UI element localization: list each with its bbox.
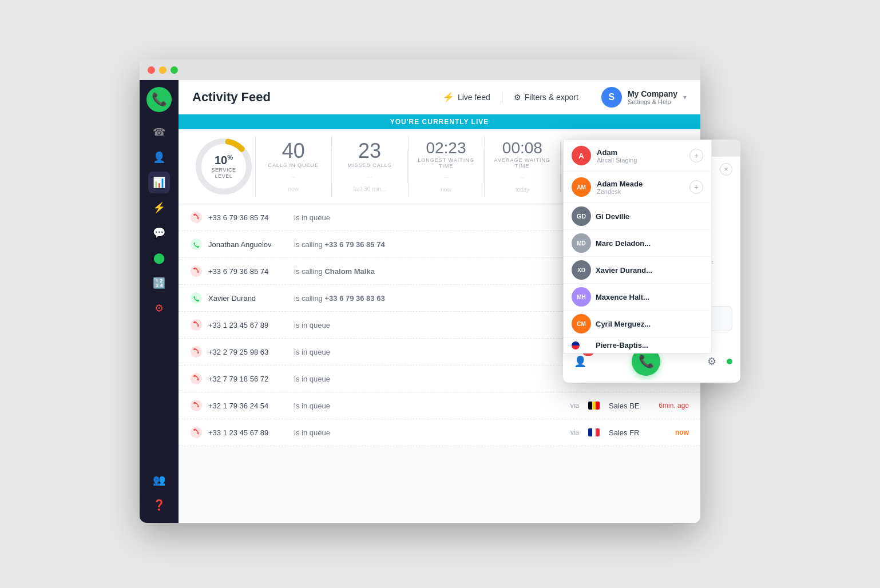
- missed-calls-number: 23: [338, 141, 401, 161]
- stat-missed-calls: 23 MISSED CALLS ··· last 30 min...: [331, 136, 407, 197]
- company-area[interactable]: S My Company Settings & Help ▾: [601, 87, 687, 108]
- badge-wrap: 👤 22: [571, 352, 589, 371]
- sidebar-item-messages[interactable]: 💬: [148, 222, 170, 244]
- feed-queue: Sales FR: [609, 428, 649, 437]
- minimize-button[interactable]: [159, 66, 167, 74]
- sidebar-item-help[interactable]: ❓: [148, 494, 170, 516]
- missed-calls-label: MISSED CALLS: [338, 162, 401, 168]
- page-title: Activity Feed: [192, 90, 443, 105]
- contact-name-partial: Gi Deville: [596, 212, 629, 221]
- footer-right: ⚙: [703, 352, 732, 371]
- sidebar-item-status[interactable]: ⬤: [148, 247, 170, 269]
- contact-add-button[interactable]: +: [689, 149, 703, 162]
- maximize-button[interactable]: [171, 66, 178, 74]
- outgoing-call-icon: [190, 292, 203, 304]
- svg-point-12: [191, 373, 202, 384]
- contact-avatar-partial: MD: [572, 233, 591, 253]
- stat-calls-in-queue: 40 CALLS IN QUEUE ··· now: [255, 136, 331, 197]
- filters-icon: ⚙: [514, 93, 521, 102]
- contact-name-partial: Xavier Durand...: [596, 266, 652, 275]
- incoming-call-icon: [190, 319, 203, 331]
- contact-name-partial: Cyril Merguez...: [596, 320, 651, 328]
- sidebar-item-calls[interactable]: ☎: [148, 121, 170, 143]
- feed-time: 6min. ago: [655, 402, 689, 410]
- svg-point-9: [191, 292, 202, 304]
- contacts-icon: 👤: [153, 151, 165, 164]
- feed-status: is calling +33 6 79 36 83 63: [294, 294, 565, 303]
- company-info: My Company Settings & Help: [628, 89, 677, 105]
- avg-wait-number: 00:08: [490, 140, 554, 156]
- missed-calls-meta: ···: [338, 174, 401, 180]
- incoming-call-icon: [190, 265, 203, 277]
- feed-flag-fr: [588, 428, 600, 436]
- feed-status: is in queue: [294, 428, 565, 437]
- contact-partial: GD Gi Deville: [564, 203, 711, 230]
- contact-item: A Adam Aircall Staging +: [564, 140, 711, 172]
- sidebar-item-activity[interactable]: 📊: [148, 172, 170, 193]
- feed-phone: +33 1 23 45 67 89: [208, 428, 288, 437]
- traffic-lights: [148, 66, 178, 74]
- stat-longest-wait: 02:23 LONGEST WAITING TIME ··· now: [408, 136, 483, 197]
- dialpad-close-btn[interactable]: ×: [720, 163, 732, 176]
- sidebar-item-integrations[interactable]: ⚡: [148, 197, 170, 218]
- avg-wait-meta: ···: [490, 174, 554, 181]
- phone-logo-icon: 📞: [152, 92, 167, 107]
- contact-partial: CM Cyril Merguez...: [564, 311, 711, 337]
- contact-name: Adam: [597, 148, 684, 157]
- filters-label: Filters & export: [525, 93, 578, 102]
- activity-icon: 📊: [153, 176, 165, 189]
- close-button[interactable]: [148, 66, 155, 74]
- header-divider: [502, 92, 502, 103]
- contact-name-partial: Pierre-Baptis...: [596, 341, 648, 349]
- svg-point-8: [191, 265, 202, 277]
- service-level-pct: 10%: [208, 154, 240, 167]
- flag-partial: [572, 341, 591, 349]
- svg-point-7: [191, 239, 202, 250]
- messages-icon: 💬: [153, 227, 165, 239]
- live-feed-button[interactable]: ⚡ Live feed: [443, 92, 490, 102]
- header-actions: ⚡ Live feed ⚙ Filters & export S My Comp…: [443, 87, 687, 108]
- contact-company: Zendesk: [597, 188, 684, 195]
- contact-avatar: A: [572, 146, 591, 165]
- feed-row: +32 1 79 36 24 54 is in queue via Sales …: [179, 392, 700, 419]
- incoming-call-icon: [190, 399, 203, 412]
- calls-in-queue-meta: ···: [261, 174, 325, 180]
- calls-in-queue-number: 40: [261, 141, 325, 161]
- sidebar-item-team[interactable]: 👥: [148, 469, 170, 491]
- sidebar-item-settings[interactable]: ⚙: [148, 297, 170, 319]
- header: Activity Feed ⚡ Live feed ⚙ Filters & ex…: [179, 80, 700, 114]
- feed-phone: Jonathan Anguelov: [208, 240, 288, 249]
- contact-partial: MD Marc Deladon...: [564, 230, 711, 257]
- sidebar-item-contacts[interactable]: 👤: [148, 146, 170, 168]
- svg-point-6: [191, 212, 202, 223]
- longest-wait-meta: ···: [414, 174, 478, 181]
- contact-partial: Pierre-Baptis...: [564, 337, 711, 353]
- feed-phone: +32 7 79 18 56 72: [208, 375, 288, 383]
- filters-export-button[interactable]: ⚙ Filters & export: [514, 93, 578, 102]
- company-name: My Company: [628, 89, 677, 98]
- status-icon: ⬤: [153, 252, 165, 264]
- contact-avatar: AM: [572, 177, 591, 197]
- sidebar-logo[interactable]: 📞: [146, 87, 172, 112]
- stat-avg-wait: 00:08 AVERAGE WAITING TIME ··· today: [484, 136, 560, 197]
- live-feed-icon: ⚡: [443, 92, 454, 102]
- team-icon: 👥: [153, 474, 165, 486]
- contact-add-button[interactable]: +: [689, 180, 703, 194]
- contact-partial: MH Maxence Halt...: [564, 284, 711, 311]
- live-feed-label: Live feed: [458, 93, 490, 102]
- calls-in-queue-label: CALLS IN QUEUE: [261, 162, 325, 168]
- feed-phone: +33 1 23 45 67 89: [208, 321, 288, 329]
- incoming-call-icon: [190, 426, 203, 439]
- company-avatar: S: [601, 87, 622, 108]
- feed-via: via: [570, 428, 579, 436]
- feed-phone: Xavier Durand: [208, 294, 288, 303]
- dial-icon: 🔢: [153, 277, 165, 289]
- settings-footer-icon[interactable]: ⚙: [703, 352, 721, 371]
- status-dot: [727, 359, 732, 364]
- feed-queue: Sales BE: [609, 402, 649, 410]
- contact-item: AM Adam Meade Zendesk +: [564, 172, 711, 203]
- feed-phone: +33 6 79 36 85 74: [208, 267, 288, 276]
- incoming-call-icon: [190, 211, 203, 224]
- sidebar-item-dial[interactable]: 🔢: [148, 272, 170, 294]
- feed-via: via: [570, 402, 579, 410]
